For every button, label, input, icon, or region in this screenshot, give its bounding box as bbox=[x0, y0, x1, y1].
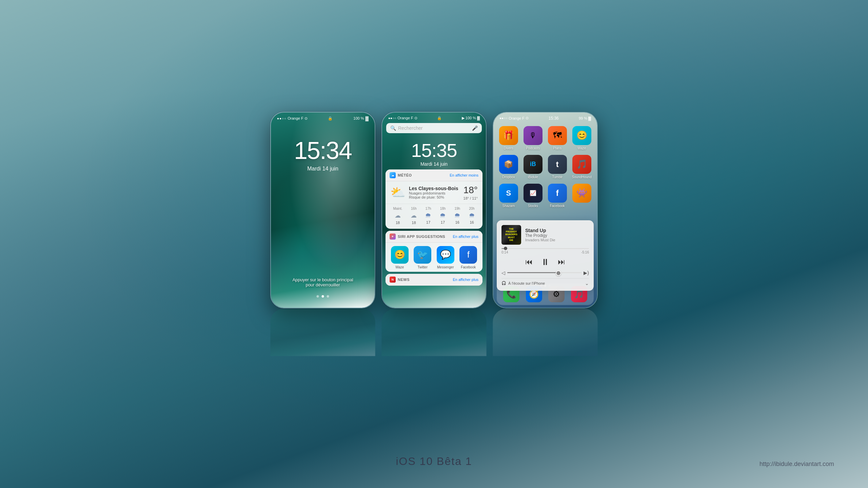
app-plans[interactable]: 🗺 Plans bbox=[548, 126, 567, 150]
phone1-lock-icon: 🔒 bbox=[328, 116, 333, 121]
facebook-icon: f bbox=[459, 246, 477, 264]
pause-button[interactable]: ⏸ bbox=[541, 257, 550, 267]
weather-section-title: MÉTÉO bbox=[398, 173, 450, 177]
weather-hour-4: 19h 🌧 16 bbox=[454, 207, 460, 225]
search-icon: 🔍 bbox=[390, 125, 396, 131]
divers-label: Divers bbox=[504, 146, 513, 150]
siri-header: ✦ SIRI APP SUGGESTIONS En afficher plus bbox=[386, 231, 482, 243]
phone1-reflection bbox=[270, 309, 375, 356]
weather-panel: ☁ MÉTÉO En afficher moins ⛅ Les Clayes-s… bbox=[386, 169, 482, 229]
time-remaining: -5:16 bbox=[581, 250, 589, 254]
siri-header-icon: ✦ bbox=[390, 233, 396, 240]
weather-section-action[interactable]: En afficher moins bbox=[450, 173, 478, 177]
battery-percent: 100 % bbox=[353, 116, 364, 120]
headphone-icon: 🎧 bbox=[501, 281, 506, 285]
stocks-label: Stocks bbox=[528, 204, 538, 208]
news-section-action[interactable]: En afficher plus bbox=[453, 278, 478, 282]
app-podcasts[interactable]: 🎙 Podcasts bbox=[523, 126, 543, 150]
siri-app-twitter[interactable]: 🐦 Twitter bbox=[414, 246, 431, 269]
phone3-status-bar: ●●○○ Orange F ⊙ 15:36 99 % ▓ bbox=[493, 113, 597, 123]
dot-1 bbox=[317, 295, 319, 298]
album-art-text: THEPRODIGYINVADERSMUSTDIE bbox=[505, 228, 517, 242]
phone2-date: Mardi 14 juin bbox=[382, 161, 486, 167]
rewind-button[interactable]: ⏮ bbox=[525, 258, 533, 266]
weather-description: Nuages prédominants bbox=[409, 191, 458, 195]
phone2-carrier: ●●○○ Orange F ⊙ bbox=[388, 116, 417, 120]
app-misc[interactable]: 👾 bbox=[572, 184, 592, 208]
tumblr-label: Tumblr bbox=[552, 175, 563, 179]
app-divers[interactable]: 🎁 Divers bbox=[499, 126, 518, 150]
music-top: THEPRODIGYINVADERSMUSTDIE Stand Up The P… bbox=[501, 225, 589, 245]
facebook-label: Facebook bbox=[461, 265, 476, 269]
phone1-time: 15:34 bbox=[271, 137, 375, 164]
music-output: 🎧 À l'écoute sur l'iPhone ⌄ bbox=[501, 278, 589, 286]
app-shazam[interactable]: S Shazam bbox=[499, 184, 518, 208]
phone1-unlock-text: Appuyer sur le bouton principal pour dév… bbox=[289, 277, 357, 287]
phone2: ●●○○ Orange F ⊙ 🔒 ▶ 100 % ▓ 🔍 Rechercher… bbox=[381, 112, 487, 308]
waze-label: Waze bbox=[395, 265, 404, 269]
volume-bar[interactable] bbox=[507, 272, 581, 273]
soundhound-icon: 🎵 bbox=[572, 155, 591, 174]
news-section-title: NEWS bbox=[398, 278, 453, 282]
phone1: ●●○○ Orange F ⊙ 🔒 100 % ▓ 15:34 Mardi 14… bbox=[270, 112, 375, 308]
dot-2-active bbox=[322, 295, 324, 298]
siri-app-facebook[interactable]: f Facebook bbox=[459, 246, 477, 269]
podcasts-label: Podcasts bbox=[526, 146, 540, 150]
battery-icon: ▓ bbox=[366, 116, 369, 121]
music-player: THEPRODIGYINVADERSMUSTDIE Stand Up The P… bbox=[497, 220, 594, 291]
phone2-search-bar[interactable]: 🔍 Rechercher 🎤 bbox=[386, 123, 482, 133]
weather-rain-risk: Risque de pluie: 50% bbox=[409, 195, 458, 199]
app-ibidule[interactable]: iB iBidule bbox=[523, 155, 543, 179]
music-progress: 0:14 -5:16 bbox=[501, 248, 589, 254]
soundhound-label: SoundHound bbox=[572, 175, 592, 179]
podcasts-icon: 🎙 bbox=[524, 126, 542, 145]
siri-section-action[interactable]: En afficher plus bbox=[453, 235, 478, 239]
dot-3 bbox=[327, 295, 329, 298]
battery-percent: 99 % bbox=[579, 116, 587, 120]
phone-icon: 📞 bbox=[506, 289, 516, 299]
progress-bar[interactable] bbox=[501, 248, 589, 249]
time-current: 0:14 bbox=[501, 250, 508, 254]
siri-app-waze[interactable]: 😊 Waze bbox=[391, 246, 409, 269]
volume-row: ◁ ▶) bbox=[501, 270, 589, 276]
signal-dots-icon: ●●○○ bbox=[277, 117, 287, 120]
shazam-icon: S bbox=[499, 184, 518, 203]
app-dropbox[interactable]: 📦 Dropbox bbox=[499, 155, 518, 179]
weather-hour-2: 17h 🌧 17 bbox=[425, 207, 431, 225]
weather-header-icon: ☁ bbox=[390, 172, 396, 178]
siri-app-messenger[interactable]: 💬 Messenger bbox=[437, 246, 454, 269]
app-waze[interactable]: 😊 Waze bbox=[572, 126, 592, 150]
rain-icon-4: 🌧 bbox=[454, 212, 460, 219]
weather-temp-range: 18° / 11° bbox=[463, 196, 478, 200]
phone1-carrier: ●●○○ Orange F ⊙ bbox=[277, 116, 308, 121]
chevron-down-icon[interactable]: ⌄ bbox=[585, 281, 589, 286]
app-tumblr[interactable]: t Tumblr bbox=[548, 155, 567, 179]
app-soundhound[interactable]: 🎵 SoundHound bbox=[572, 155, 592, 179]
app-facebook[interactable]: f Facebook bbox=[548, 184, 567, 208]
music-controls: ⏮ ⏸ ⏭ bbox=[501, 257, 589, 267]
safari-icon: 🧭 bbox=[529, 289, 539, 299]
phone2-time-area: 15:35 Mardi 14 juin bbox=[382, 136, 486, 167]
siri-panel: ✦ SIRI APP SUGGESTIONS En afficher plus … bbox=[386, 231, 482, 272]
carrier-name: Orange F bbox=[288, 116, 303, 120]
album-art: THEPRODIGYINVADERSMUSTDIE bbox=[501, 225, 521, 245]
phone3: ●●○○ Orange F ⊙ 15:36 99 % ▓ 🎁 Divers bbox=[493, 112, 598, 308]
siri-apps-row: 😊 Waze 🐦 Twitter 💬 Messe bbox=[386, 243, 482, 272]
plans-icon: 🗺 bbox=[548, 126, 567, 145]
news-panel: N NEWS En afficher plus bbox=[386, 274, 482, 286]
app-stocks[interactable]: 📈 Stocks bbox=[523, 184, 543, 208]
fast-forward-button[interactable]: ⏭ bbox=[558, 258, 565, 266]
divers-icon: 🎁 bbox=[499, 126, 518, 145]
phone2-time: 15:35 bbox=[382, 139, 486, 161]
weather-hour-0: Maint. ☁ 18 bbox=[393, 207, 402, 225]
weather-header: ☁ MÉTÉO En afficher moins bbox=[386, 169, 482, 181]
cloud-icon-0: ☁ bbox=[395, 212, 401, 219]
shazam-label: Shazam bbox=[502, 204, 515, 208]
wifi-icon: ⊙ bbox=[414, 116, 417, 120]
weather-hour-1: 16h ☁ 18 bbox=[411, 207, 417, 225]
music-track: Stand Up bbox=[525, 228, 589, 233]
battery-icon: ▓ bbox=[477, 116, 480, 120]
rain-icon-2: 🌧 bbox=[425, 212, 431, 219]
rain-icon-5: 🌧 bbox=[469, 212, 475, 219]
phone3-time: 15:36 bbox=[549, 116, 559, 121]
